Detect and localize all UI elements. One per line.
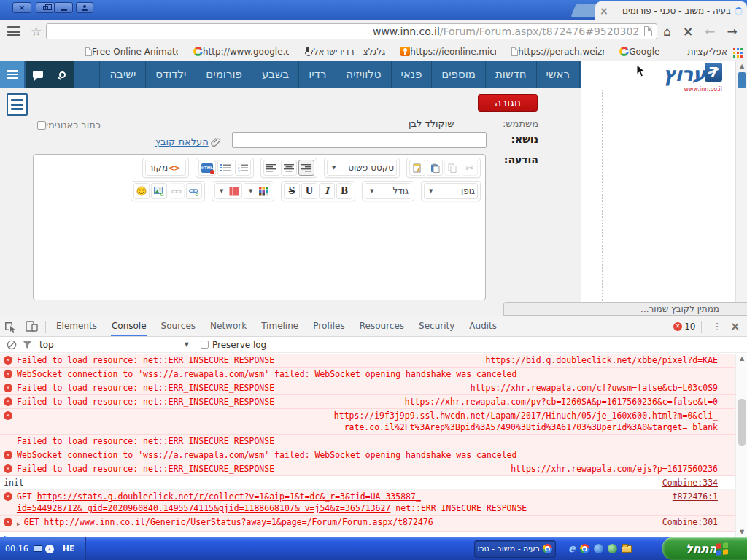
devtools-tab-profiles[interactable]: Profiles bbox=[312, 316, 346, 336]
subject-input[interactable] bbox=[232, 132, 487, 148]
console-source-link[interactable]: https://xhr.rewapala.com/pv?cb=I260SA&p=… bbox=[405, 396, 718, 408]
console-source-link[interactable]: https://xhr.rewapala.com/ejs?p=161756023… bbox=[511, 463, 718, 475]
paste-button[interactable] bbox=[427, 160, 443, 176]
arrow-right-icon[interactable]: → bbox=[727, 26, 738, 38]
nav-item-מוספים[interactable]: מוספים bbox=[431, 61, 485, 88]
text-color-dropdown[interactable]: ▼ bbox=[244, 183, 271, 199]
bookmark-item[interactable]: Free Online Animated GI bbox=[82, 47, 178, 57]
devtools-tab-sources[interactable]: Sources bbox=[160, 316, 196, 336]
font-family-dropdown[interactable]: ▼ גופן bbox=[424, 183, 478, 199]
console-link[interactable]: id=544928712&_gid=2020960840.1495574115&… bbox=[17, 503, 390, 513]
align-left-button[interactable] bbox=[263, 160, 279, 176]
emoticon-button[interactable] bbox=[133, 183, 150, 199]
font-size-dropdown[interactable]: ▼ גודל bbox=[365, 183, 411, 199]
arrow-left-icon[interactable]: ← bbox=[705, 26, 715, 38]
devtools-tab-console[interactable]: Console bbox=[111, 316, 147, 336]
source-button[interactable]: מקור <> bbox=[145, 160, 186, 176]
numbered-list-button[interactable]: 1 2 3 bbox=[235, 160, 251, 176]
notepad-button[interactable] bbox=[409, 160, 425, 176]
copy-button[interactable] bbox=[444, 160, 460, 176]
form-menu-button[interactable] bbox=[7, 93, 28, 116]
chrome-icon[interactable] bbox=[580, 544, 589, 553]
nav-hamburger-button[interactable] bbox=[0, 61, 24, 88]
clear-console-button[interactable] bbox=[7, 340, 17, 350]
messenger-icon[interactable] bbox=[608, 544, 617, 553]
expand-triangle-icon[interactable]: ▶ bbox=[17, 518, 20, 530]
inspect-element-button[interactable] bbox=[4, 321, 17, 332]
nav-item-ילדודס[interactable]: ילדודס bbox=[145, 61, 196, 88]
upload-file-link[interactable]: העלאת קובץ bbox=[155, 136, 209, 147]
scroll-up-icon[interactable]: ▲ bbox=[736, 354, 747, 364]
taskbar-window-button[interactable]: בעיה - משוב - טכני -... bbox=[474, 540, 556, 558]
console-link[interactable]: https://stats.g.doubleclick.net/r/collec… bbox=[37, 491, 421, 502]
nav-chat-button[interactable] bbox=[26, 61, 50, 88]
window-restore-button[interactable] bbox=[36, 2, 55, 13]
devtools-tab-network[interactable]: Network bbox=[209, 316, 247, 336]
bookmark-item[interactable]: גלגלצ - רדיו ישראלי bbox=[301, 47, 385, 57]
console-source-link[interactable]: t872476:1 bbox=[673, 491, 718, 502]
message-textarea[interactable] bbox=[34, 203, 484, 299]
insert-table-dropdown[interactable]: ▼ bbox=[214, 183, 242, 199]
home-button[interactable]: ⌂ bbox=[663, 26, 671, 38]
insert-link-button[interactable] bbox=[186, 183, 202, 199]
paragraph-format-dropdown[interactable]: ▼ טקסט פשוט bbox=[327, 160, 397, 176]
nav-item-רדיו[interactable]: רדיו bbox=[298, 61, 336, 88]
page-scroll-thumb[interactable] bbox=[738, 72, 746, 88]
strikethrough-button[interactable]: S bbox=[284, 183, 300, 199]
console-link[interactable]: http://www.inn.co.il/Generic/UserStatus?… bbox=[44, 517, 433, 527]
nav-item-פורומים[interactable]: פורומים bbox=[196, 61, 252, 88]
devtools-close-icon[interactable]: × bbox=[730, 320, 740, 333]
error-count-badge[interactable]: ✕ 10 bbox=[673, 322, 695, 332]
cut-button[interactable]: ✂ bbox=[462, 160, 478, 176]
window-close-button[interactable]: × bbox=[12, 2, 31, 13]
reply-button[interactable]: תגובה bbox=[478, 94, 538, 112]
bookmark-apps[interactable]: אפליקציות bbox=[688, 47, 740, 57]
console-prompt[interactable]: > bbox=[4, 532, 9, 537]
clock[interactable]: 00:16 bbox=[5, 544, 28, 553]
anonymous-checkbox[interactable] bbox=[37, 121, 46, 130]
tab-close-icon[interactable]: × bbox=[600, 6, 608, 16]
window-minimize-button[interactable] bbox=[54, 2, 73, 13]
bookmark-item[interactable]: https://ieonline.microsof bbox=[397, 47, 496, 57]
ie-icon[interactable]: e bbox=[568, 543, 576, 554]
nav-item-ישיבה[interactable]: ישיבה bbox=[99, 61, 145, 88]
bookmark-item[interactable]: https://perach.weizman bbox=[508, 47, 604, 57]
devtools-tab-elements[interactable]: Elements bbox=[55, 316, 98, 336]
devtools-tab-resources[interactable]: Resources bbox=[359, 316, 405, 336]
devtools-tab-audits[interactable]: Audits bbox=[468, 316, 498, 336]
address-bar[interactable]: www.inn.co.il/Forum/Forum.aspx/t872476#9… bbox=[46, 23, 657, 39]
console-source-link[interactable]: https://bid.g.doubleclick.net/xbbe/pixel… bbox=[486, 354, 719, 366]
html-button[interactable]: HTML bbox=[198, 160, 216, 176]
execution-context-select[interactable]: top ▼ bbox=[39, 340, 189, 350]
devtools-tab-security[interactable]: Security bbox=[418, 316, 455, 336]
devtools-menu-icon[interactable]: ⋮ bbox=[712, 321, 721, 332]
media-icon[interactable] bbox=[594, 544, 603, 553]
bookmark-item[interactable]: http://www.google.com bbox=[190, 47, 289, 57]
stop-button[interactable]: × bbox=[683, 26, 693, 38]
bullet-list-button[interactable] bbox=[217, 160, 233, 176]
nav-search-button[interactable] bbox=[50, 61, 74, 88]
console-source-link[interactable]: https://i9f3j9p9.ssl.hwcdn.net/Lapam/201… bbox=[334, 410, 718, 433]
italic-button[interactable]: I bbox=[319, 183, 335, 199]
language-indicator[interactable]: HE bbox=[63, 544, 75, 553]
underline-button[interactable]: U bbox=[301, 183, 317, 199]
user-profile-button[interactable] bbox=[76, 2, 93, 13]
scroll-down-icon[interactable]: ▼ bbox=[736, 527, 747, 537]
nav-item-ראשי[interactable]: ראשי bbox=[536, 61, 580, 88]
start-button[interactable]: התחל bbox=[662, 537, 747, 560]
nav-item-טלוויזיה[interactable]: טלוויזיה bbox=[336, 61, 390, 88]
bookmark-star-icon[interactable]: ☆ bbox=[31, 26, 42, 38]
filter-button[interactable] bbox=[23, 341, 32, 349]
preserve-log-checkbox[interactable] bbox=[201, 341, 209, 349]
scroll-up-icon[interactable]: ▲ bbox=[736, 61, 747, 71]
language-tray-icon[interactable]: › bbox=[45, 545, 54, 553]
network-tray-icon[interactable] bbox=[34, 545, 42, 552]
unlink-button[interactable] bbox=[169, 183, 185, 199]
console-scrollbar[interactable]: ▲ ▼ bbox=[735, 354, 747, 537]
console-source-link[interactable]: https://xhr.rewapala.com/cf?uwsm=false&c… bbox=[471, 382, 718, 394]
nav-item-בשבע[interactable]: בשבע bbox=[252, 61, 298, 88]
bold-button[interactable]: B bbox=[336, 183, 352, 199]
devtools-tab-timeline[interactable]: Timeline bbox=[260, 316, 299, 336]
console-source-link[interactable]: Combine:334 bbox=[662, 477, 718, 489]
insert-image-button[interactable] bbox=[151, 183, 167, 199]
